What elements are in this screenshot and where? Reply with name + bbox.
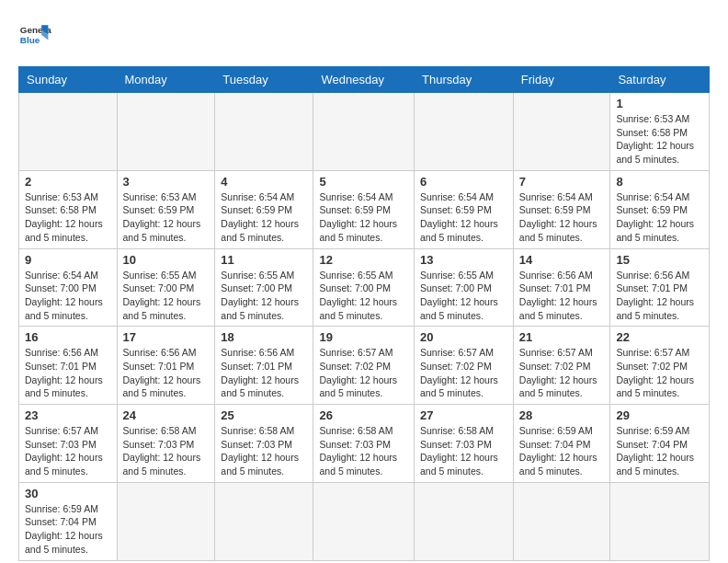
day-info: Sunrise: 6:59 AM Sunset: 7:04 PM Dayligh… xyxy=(616,424,703,478)
calendar-cell xyxy=(513,482,610,560)
calendar-cell: 30Sunrise: 6:59 AM Sunset: 7:04 PM Dayli… xyxy=(19,482,118,560)
svg-text:Blue: Blue xyxy=(20,35,40,45)
day-number: 14 xyxy=(519,253,605,267)
calendar-cell: 18Sunrise: 6:56 AM Sunset: 7:01 PM Dayli… xyxy=(215,327,313,405)
day-number: 25 xyxy=(221,408,307,422)
calendar-week-row-1: 2Sunrise: 6:53 AM Sunset: 6:58 PM Daylig… xyxy=(19,170,710,248)
calendar-cell: 4Sunrise: 6:54 AM Sunset: 6:59 PM Daylig… xyxy=(215,170,313,248)
day-info: Sunrise: 6:55 AM Sunset: 7:00 PM Dayligh… xyxy=(123,269,210,323)
day-number: 23 xyxy=(25,408,111,422)
day-number: 9 xyxy=(25,253,111,267)
calendar-header-row: SundayMondayTuesdayWednesdayThursdayFrid… xyxy=(19,67,710,93)
calendar-cell: 9Sunrise: 6:54 AM Sunset: 7:00 PM Daylig… xyxy=(19,248,118,327)
day-number: 15 xyxy=(616,253,703,267)
day-number: 18 xyxy=(221,330,307,344)
calendar-cell xyxy=(513,93,610,171)
calendar-cell: 10Sunrise: 6:55 AM Sunset: 7:00 PM Dayli… xyxy=(117,248,215,327)
day-info: Sunrise: 6:56 AM Sunset: 7:01 PM Dayligh… xyxy=(616,269,703,323)
day-info: Sunrise: 6:53 AM Sunset: 6:58 PM Dayligh… xyxy=(616,112,703,167)
calendar-cell: 28Sunrise: 6:59 AM Sunset: 7:04 PM Dayli… xyxy=(513,405,610,483)
calendar-week-row-0: 1Sunrise: 6:53 AM Sunset: 6:58 PM Daylig… xyxy=(19,93,710,171)
calendar-cell: 3Sunrise: 6:53 AM Sunset: 6:59 PM Daylig… xyxy=(117,170,215,248)
calendar-cell xyxy=(19,93,118,171)
calendar-cell: 17Sunrise: 6:56 AM Sunset: 7:01 PM Dayli… xyxy=(117,327,215,405)
calendar-table: SundayMondayTuesdayWednesdayThursdayFrid… xyxy=(18,66,710,561)
calendar-cell: 16Sunrise: 6:56 AM Sunset: 7:01 PM Dayli… xyxy=(19,327,118,405)
logo: General Blue xyxy=(18,18,51,52)
calendar-header-monday: Monday xyxy=(117,67,215,93)
day-number: 12 xyxy=(319,253,408,267)
page-header: General Blue xyxy=(18,18,710,52)
day-info: Sunrise: 6:58 AM Sunset: 7:03 PM Dayligh… xyxy=(221,424,307,478)
day-info: Sunrise: 6:58 AM Sunset: 7:03 PM Dayligh… xyxy=(420,424,507,478)
calendar-cell: 27Sunrise: 6:58 AM Sunset: 7:03 PM Dayli… xyxy=(415,405,514,483)
day-info: Sunrise: 6:55 AM Sunset: 7:00 PM Dayligh… xyxy=(221,269,307,323)
calendar-cell: 21Sunrise: 6:57 AM Sunset: 7:02 PM Dayli… xyxy=(513,327,610,405)
calendar-cell xyxy=(415,482,514,560)
calendar-cell xyxy=(215,482,313,560)
calendar-header-friday: Friday xyxy=(513,67,610,93)
calendar-cell: 11Sunrise: 6:55 AM Sunset: 7:00 PM Dayli… xyxy=(215,248,313,327)
calendar-header-tuesday: Tuesday xyxy=(215,67,313,93)
day-number: 26 xyxy=(319,408,408,422)
calendar-cell: 2Sunrise: 6:53 AM Sunset: 6:58 PM Daylig… xyxy=(19,170,118,248)
day-number: 27 xyxy=(420,408,507,422)
calendar-week-row-5: 30Sunrise: 6:59 AM Sunset: 7:04 PM Dayli… xyxy=(19,482,710,560)
day-info: Sunrise: 6:57 AM Sunset: 7:02 PM Dayligh… xyxy=(319,346,408,400)
calendar-cell xyxy=(215,93,313,171)
day-info: Sunrise: 6:54 AM Sunset: 6:59 PM Dayligh… xyxy=(519,190,605,245)
calendar-cell xyxy=(313,93,415,171)
day-number: 28 xyxy=(519,408,605,422)
calendar-header-sunday: Sunday xyxy=(19,67,118,93)
calendar-cell: 26Sunrise: 6:58 AM Sunset: 7:03 PM Dayli… xyxy=(313,405,415,483)
day-info: Sunrise: 6:54 AM Sunset: 6:59 PM Dayligh… xyxy=(420,190,507,245)
day-info: Sunrise: 6:55 AM Sunset: 7:00 PM Dayligh… xyxy=(319,269,408,323)
calendar-cell: 20Sunrise: 6:57 AM Sunset: 7:02 PM Dayli… xyxy=(415,327,514,405)
calendar-cell: 6Sunrise: 6:54 AM Sunset: 6:59 PM Daylig… xyxy=(415,170,514,248)
day-number: 10 xyxy=(123,253,210,267)
day-number: 19 xyxy=(319,330,408,344)
day-number: 21 xyxy=(519,330,605,344)
day-number: 24 xyxy=(123,408,210,422)
day-number: 20 xyxy=(420,330,507,344)
day-info: Sunrise: 6:57 AM Sunset: 7:03 PM Dayligh… xyxy=(25,424,111,478)
day-info: Sunrise: 6:54 AM Sunset: 7:00 PM Dayligh… xyxy=(25,269,111,323)
day-number: 1 xyxy=(616,97,703,110)
day-number: 3 xyxy=(123,175,210,189)
day-number: 16 xyxy=(25,330,111,344)
day-info: Sunrise: 6:58 AM Sunset: 7:03 PM Dayligh… xyxy=(123,424,210,478)
day-info: Sunrise: 6:54 AM Sunset: 6:59 PM Dayligh… xyxy=(319,190,408,245)
calendar-cell: 24Sunrise: 6:58 AM Sunset: 7:03 PM Dayli… xyxy=(117,405,215,483)
day-info: Sunrise: 6:54 AM Sunset: 6:59 PM Dayligh… xyxy=(616,190,703,245)
day-number: 17 xyxy=(123,330,210,344)
day-number: 4 xyxy=(221,175,307,189)
calendar-header-wednesday: Wednesday xyxy=(313,67,415,93)
calendar-cell: 8Sunrise: 6:54 AM Sunset: 6:59 PM Daylig… xyxy=(610,170,710,248)
day-info: Sunrise: 6:53 AM Sunset: 6:58 PM Dayligh… xyxy=(25,190,111,245)
calendar-cell xyxy=(313,482,415,560)
calendar-cell: 23Sunrise: 6:57 AM Sunset: 7:03 PM Dayli… xyxy=(19,405,118,483)
calendar-cell: 13Sunrise: 6:55 AM Sunset: 7:00 PM Dayli… xyxy=(415,248,514,327)
calendar-cell: 5Sunrise: 6:54 AM Sunset: 6:59 PM Daylig… xyxy=(313,170,415,248)
day-info: Sunrise: 6:59 AM Sunset: 7:04 PM Dayligh… xyxy=(25,502,111,557)
calendar-header-saturday: Saturday xyxy=(610,67,710,93)
day-info: Sunrise: 6:56 AM Sunset: 7:01 PM Dayligh… xyxy=(519,269,605,323)
calendar-cell: 12Sunrise: 6:55 AM Sunset: 7:00 PM Dayli… xyxy=(313,248,415,327)
calendar-week-row-3: 16Sunrise: 6:56 AM Sunset: 7:01 PM Dayli… xyxy=(19,327,710,405)
calendar-header-thursday: Thursday xyxy=(415,67,514,93)
day-info: Sunrise: 6:53 AM Sunset: 6:59 PM Dayligh… xyxy=(123,190,210,245)
calendar-cell xyxy=(610,482,710,560)
day-number: 11 xyxy=(221,253,307,267)
calendar-cell: 1Sunrise: 6:53 AM Sunset: 6:58 PM Daylig… xyxy=(610,93,710,171)
calendar-cell: 7Sunrise: 6:54 AM Sunset: 6:59 PM Daylig… xyxy=(513,170,610,248)
day-info: Sunrise: 6:57 AM Sunset: 7:02 PM Dayligh… xyxy=(616,346,703,400)
calendar-week-row-4: 23Sunrise: 6:57 AM Sunset: 7:03 PM Dayli… xyxy=(19,405,710,483)
day-number: 30 xyxy=(25,487,111,500)
day-info: Sunrise: 6:56 AM Sunset: 7:01 PM Dayligh… xyxy=(123,346,210,400)
calendar-cell: 19Sunrise: 6:57 AM Sunset: 7:02 PM Dayli… xyxy=(313,327,415,405)
day-number: 29 xyxy=(616,408,703,422)
day-number: 7 xyxy=(519,175,605,189)
day-info: Sunrise: 6:58 AM Sunset: 7:03 PM Dayligh… xyxy=(319,424,408,478)
generalblue-icon: General Blue xyxy=(18,18,51,52)
day-info: Sunrise: 6:57 AM Sunset: 7:02 PM Dayligh… xyxy=(420,346,507,400)
